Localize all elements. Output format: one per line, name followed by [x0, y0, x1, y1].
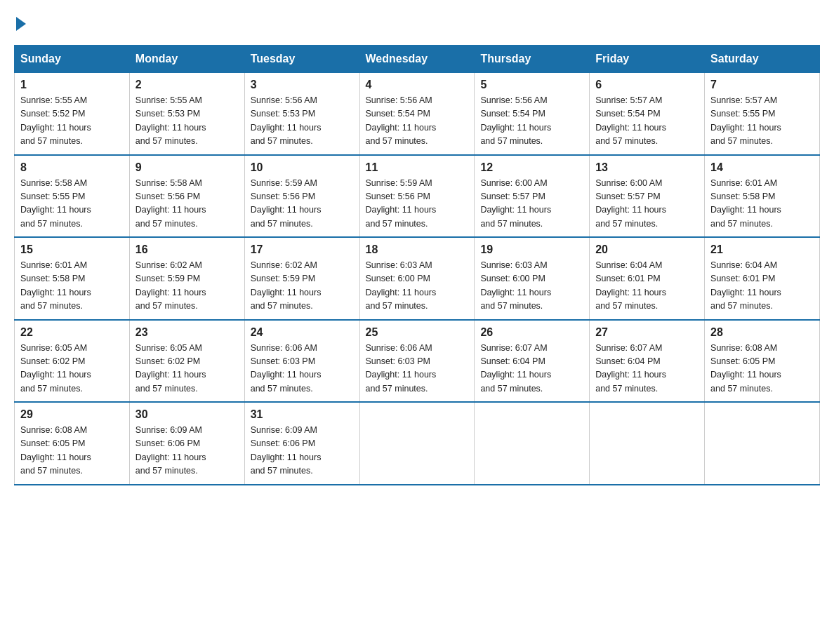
day-info: Sunrise: 6:08 AMSunset: 6:05 PMDaylight:… [710, 342, 814, 396]
table-row: 8 Sunrise: 5:58 AMSunset: 5:55 PMDayligh… [15, 155, 130, 238]
day-info: Sunrise: 6:01 AMSunset: 5:58 PMDaylight:… [710, 177, 814, 232]
day-info: Sunrise: 6:03 AMSunset: 6:00 PMDaylight:… [480, 259, 583, 314]
day-info: Sunrise: 6:07 AMSunset: 6:04 PMDaylight:… [595, 342, 699, 396]
day-info: Sunrise: 5:56 AMSunset: 5:54 PMDaylight:… [480, 94, 583, 149]
day-number: 20 [595, 243, 699, 256]
day-info: Sunrise: 5:55 AMSunset: 5:53 PMDaylight:… [135, 94, 239, 149]
logo [14, 14, 26, 31]
table-row [475, 402, 590, 485]
day-info: Sunrise: 6:03 AMSunset: 6:00 PMDaylight:… [366, 259, 469, 314]
table-row [359, 402, 475, 485]
day-number: 28 [710, 326, 814, 339]
table-row: 13 Sunrise: 6:00 AMSunset: 5:57 PMDaylig… [590, 155, 705, 238]
day-number: 18 [366, 243, 469, 256]
day-number: 31 [251, 408, 354, 421]
calendar-week-1: 1 Sunrise: 5:55 AMSunset: 5:52 PMDayligh… [15, 73, 820, 155]
day-number: 6 [595, 79, 699, 91]
day-info: Sunrise: 6:04 AMSunset: 6:01 PMDaylight:… [710, 259, 814, 314]
table-row: 26 Sunrise: 6:07 AMSunset: 6:04 PMDaylig… [475, 320, 590, 403]
table-row: 5 Sunrise: 5:56 AMSunset: 5:54 PMDayligh… [475, 73, 590, 155]
day-number: 25 [366, 326, 469, 339]
table-row: 10 Sunrise: 5:59 AMSunset: 5:56 PMDaylig… [244, 155, 359, 238]
table-row: 21 Sunrise: 6:04 AMSunset: 6:01 PMDaylig… [705, 237, 820, 320]
header-thursday: Thursday [475, 46, 590, 73]
table-row: 2 Sunrise: 5:55 AMSunset: 5:53 PMDayligh… [129, 73, 244, 155]
day-number: 7 [710, 79, 814, 91]
day-info: Sunrise: 6:02 AMSunset: 5:59 PMDaylight:… [135, 259, 239, 314]
day-info: Sunrise: 6:06 AMSunset: 6:03 PMDaylight:… [366, 342, 469, 396]
table-row: 16 Sunrise: 6:02 AMSunset: 5:59 PMDaylig… [129, 237, 244, 320]
day-number: 9 [135, 161, 239, 174]
table-row: 15 Sunrise: 6:01 AMSunset: 5:58 PMDaylig… [15, 237, 130, 320]
table-row: 6 Sunrise: 5:57 AMSunset: 5:54 PMDayligh… [590, 73, 705, 155]
day-info: Sunrise: 6:00 AMSunset: 5:57 PMDaylight:… [595, 177, 699, 232]
day-number: 14 [710, 161, 814, 174]
header-friday: Friday [590, 46, 705, 73]
day-number: 5 [480, 79, 583, 91]
day-number: 23 [135, 326, 239, 339]
calendar-week-3: 15 Sunrise: 6:01 AMSunset: 5:58 PMDaylig… [15, 237, 820, 320]
day-number: 22 [20, 326, 124, 339]
table-row: 1 Sunrise: 5:55 AMSunset: 5:52 PMDayligh… [15, 73, 130, 155]
day-number: 2 [135, 79, 239, 91]
table-row [705, 402, 820, 485]
day-info: Sunrise: 5:59 AMSunset: 5:56 PMDaylight:… [366, 177, 469, 232]
table-row: 11 Sunrise: 5:59 AMSunset: 5:56 PMDaylig… [359, 155, 475, 238]
table-row: 22 Sunrise: 6:05 AMSunset: 6:02 PMDaylig… [15, 320, 130, 403]
day-number: 24 [251, 326, 354, 339]
day-number: 16 [135, 243, 239, 256]
calendar-header: Sunday Monday Tuesday Wednesday Thursday… [15, 46, 820, 73]
calendar-week-4: 22 Sunrise: 6:05 AMSunset: 6:02 PMDaylig… [15, 320, 820, 403]
day-number: 1 [20, 79, 124, 91]
day-number: 21 [710, 243, 814, 256]
day-info: Sunrise: 6:00 AMSunset: 5:57 PMDaylight:… [480, 177, 583, 232]
day-info: Sunrise: 6:02 AMSunset: 5:59 PMDaylight:… [251, 259, 354, 314]
day-number: 29 [20, 408, 124, 421]
table-row: 3 Sunrise: 5:56 AMSunset: 5:53 PMDayligh… [244, 73, 359, 155]
day-info: Sunrise: 5:56 AMSunset: 5:54 PMDaylight:… [366, 94, 469, 149]
day-info: Sunrise: 6:05 AMSunset: 6:02 PMDaylight:… [135, 342, 239, 396]
header-wednesday: Wednesday [359, 46, 475, 73]
day-info: Sunrise: 6:01 AMSunset: 5:58 PMDaylight:… [20, 259, 124, 314]
day-info: Sunrise: 6:09 AMSunset: 6:06 PMDaylight:… [251, 424, 354, 478]
day-number: 12 [480, 161, 583, 174]
table-row: 27 Sunrise: 6:07 AMSunset: 6:04 PMDaylig… [590, 320, 705, 403]
day-number: 30 [135, 408, 239, 421]
calendar-body: 1 Sunrise: 5:55 AMSunset: 5:52 PMDayligh… [15, 73, 820, 485]
table-row: 19 Sunrise: 6:03 AMSunset: 6:00 PMDaylig… [475, 237, 590, 320]
table-row: 14 Sunrise: 6:01 AMSunset: 5:58 PMDaylig… [705, 155, 820, 238]
day-info: Sunrise: 5:56 AMSunset: 5:53 PMDaylight:… [251, 94, 354, 149]
day-info: Sunrise: 5:58 AMSunset: 5:56 PMDaylight:… [135, 177, 239, 232]
table-row: 31 Sunrise: 6:09 AMSunset: 6:06 PMDaylig… [244, 402, 359, 485]
table-row: 28 Sunrise: 6:08 AMSunset: 6:05 PMDaylig… [705, 320, 820, 403]
table-row: 18 Sunrise: 6:03 AMSunset: 6:00 PMDaylig… [359, 237, 475, 320]
day-info: Sunrise: 5:59 AMSunset: 5:56 PMDaylight:… [251, 177, 354, 232]
day-info: Sunrise: 6:04 AMSunset: 6:01 PMDaylight:… [595, 259, 699, 314]
day-info: Sunrise: 6:09 AMSunset: 6:06 PMDaylight:… [135, 424, 239, 478]
logo-arrow-icon [16, 17, 26, 31]
table-row [590, 402, 705, 485]
calendar-week-5: 29 Sunrise: 6:08 AMSunset: 6:05 PMDaylig… [15, 402, 820, 485]
day-info: Sunrise: 6:05 AMSunset: 6:02 PMDaylight:… [20, 342, 124, 396]
day-info: Sunrise: 5:57 AMSunset: 5:54 PMDaylight:… [595, 94, 699, 149]
day-number: 27 [595, 326, 699, 339]
calendar-table: Sunday Monday Tuesday Wednesday Thursday… [14, 45, 820, 485]
header-saturday: Saturday [705, 46, 820, 73]
day-number: 11 [366, 161, 469, 174]
table-row: 4 Sunrise: 5:56 AMSunset: 5:54 PMDayligh… [359, 73, 475, 155]
table-row: 23 Sunrise: 6:05 AMSunset: 6:02 PMDaylig… [129, 320, 244, 403]
day-info: Sunrise: 6:07 AMSunset: 6:04 PMDaylight:… [480, 342, 583, 396]
table-row: 20 Sunrise: 6:04 AMSunset: 6:01 PMDaylig… [590, 237, 705, 320]
header-sunday: Sunday [15, 46, 130, 73]
table-row: 24 Sunrise: 6:06 AMSunset: 6:03 PMDaylig… [244, 320, 359, 403]
header-tuesday: Tuesday [244, 46, 359, 73]
day-number: 13 [595, 161, 699, 174]
page-header [14, 14, 820, 31]
day-number: 8 [20, 161, 124, 174]
table-row: 12 Sunrise: 6:00 AMSunset: 5:57 PMDaylig… [475, 155, 590, 238]
day-info: Sunrise: 6:06 AMSunset: 6:03 PMDaylight:… [251, 342, 354, 396]
day-info: Sunrise: 5:57 AMSunset: 5:55 PMDaylight:… [710, 94, 814, 149]
day-number: 10 [251, 161, 354, 174]
header-monday: Monday [129, 46, 244, 73]
day-number: 3 [251, 79, 354, 91]
